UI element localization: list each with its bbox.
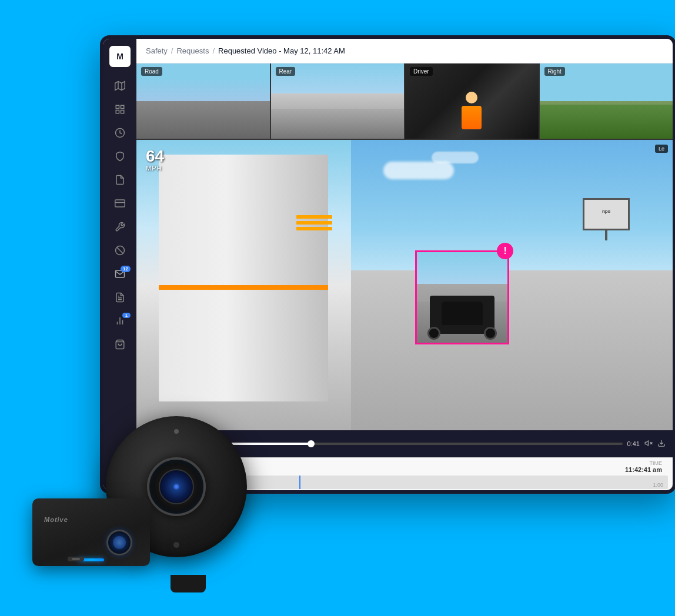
driver-head xyxy=(466,92,477,103)
messages-badge: 12 xyxy=(121,266,131,272)
detection-alert-icon: ! xyxy=(497,243,513,259)
sidebar-item-analytics[interactable]: 1 xyxy=(108,312,132,333)
driver-figure xyxy=(457,92,486,133)
thumb-right[interactable]: Right xyxy=(540,63,673,139)
thumb-driver-label: Driver xyxy=(410,67,433,76)
svg-rect-0 xyxy=(116,105,119,108)
sidebar-item-blocked[interactable] xyxy=(108,241,132,262)
turret-top-sensor xyxy=(174,429,179,434)
sidebar-item-map[interactable] xyxy=(108,76,132,98)
corner-label: Le xyxy=(655,145,668,153)
download-icon[interactable] xyxy=(657,439,666,449)
breadcrumb-sep-1: / xyxy=(171,46,173,55)
sidebar-item-cards[interactable] xyxy=(108,194,132,215)
time-display: 0:41 xyxy=(627,440,640,447)
timeline-time-label: TIME xyxy=(625,460,664,466)
dashcam-flat: Motive xyxy=(32,498,150,581)
thumb-rear-label: Rear xyxy=(276,67,296,76)
sidebar-item-messages[interactable]: 12 xyxy=(108,265,132,286)
svg-rect-3 xyxy=(121,111,124,113)
thumbnails-row: Road Rear Driver xyxy=(136,63,673,140)
slash-icon xyxy=(115,245,125,258)
main-truck-view xyxy=(136,140,362,430)
breadcrumb-section[interactable]: Requests xyxy=(176,46,209,55)
turret-base xyxy=(171,575,206,592)
map-icon xyxy=(115,81,125,93)
cloud-1 xyxy=(383,162,454,179)
sidebar-item-store[interactable] xyxy=(108,335,132,356)
shield-icon xyxy=(115,151,125,164)
clock-icon xyxy=(115,128,125,140)
breadcrumb-root[interactable]: Safety xyxy=(146,46,168,55)
rack-2 xyxy=(296,221,332,225)
volume-icon[interactable] xyxy=(644,439,653,449)
file-icon xyxy=(115,175,125,188)
thumb-road[interactable]: Road xyxy=(136,63,271,139)
timeline-end-label: 1:00 xyxy=(653,482,663,488)
sidebar-item-safety[interactable] xyxy=(108,147,132,168)
turret-lens-outer xyxy=(147,457,206,516)
turret-bottom-sensor xyxy=(173,542,179,548)
progress-thumb xyxy=(308,440,315,447)
driver-body xyxy=(462,106,482,129)
speed-unit: MPH xyxy=(146,165,164,172)
road-background xyxy=(351,270,673,430)
svg-rect-2 xyxy=(116,111,119,113)
timeline-time-value: 11:42:41 am xyxy=(625,466,664,473)
thumb-driver[interactable]: Driver xyxy=(405,63,540,139)
dashcam-brand: Motive xyxy=(44,516,68,523)
cloud-2 xyxy=(432,152,479,163)
billboard-pole xyxy=(605,229,607,240)
thumb-right-label: Right xyxy=(544,67,565,76)
sidebar-item-reports[interactable] xyxy=(108,288,132,309)
turret-lens-inner xyxy=(159,469,194,504)
breadcrumb-sep-2: / xyxy=(212,46,215,55)
truck-racks xyxy=(294,213,335,358)
timeline-marker xyxy=(299,476,300,489)
sidebar-item-dashboard[interactable] xyxy=(108,100,132,121)
thumb-road-label: Road xyxy=(141,67,162,76)
analytics-badge: 1 xyxy=(122,313,131,318)
rack-1 xyxy=(296,215,332,219)
svg-rect-5 xyxy=(115,200,125,207)
thumb-rear[interactable]: Rear xyxy=(271,63,406,139)
dashcam-body: Motive xyxy=(32,498,150,566)
sidebar-item-documents[interactable] xyxy=(108,170,132,192)
app-logo[interactable]: M xyxy=(109,46,131,67)
wrench-icon xyxy=(115,222,125,235)
sidebar-item-tools[interactable] xyxy=(108,217,132,239)
breadcrumb-current: Requested Video - May 12, 11:42 AM xyxy=(218,46,345,55)
svg-rect-1 xyxy=(121,105,124,108)
detected-vehicle xyxy=(417,252,507,343)
billboard-text: nps xyxy=(584,200,628,214)
sidebar-item-history[interactable] xyxy=(108,123,132,145)
report-icon xyxy=(115,292,125,305)
detection-box: ! xyxy=(415,250,509,344)
rack-3 xyxy=(296,227,332,230)
turret-lens-center xyxy=(173,484,179,490)
dashboard-icon xyxy=(115,104,125,117)
dashcam-lens-inner xyxy=(113,536,126,549)
breadcrumb: Safety / Requests / Requested Video - Ma… xyxy=(136,39,673,63)
speed-overlay: 64 MPH xyxy=(146,148,164,172)
billboard: nps xyxy=(583,198,630,230)
main-video[interactable]: nps 64 MPH Le ! xyxy=(136,140,673,430)
store-icon xyxy=(115,339,125,352)
svg-line-8 xyxy=(117,247,123,254)
card-icon xyxy=(115,198,125,211)
speed-value: 64 xyxy=(146,148,164,165)
dashcam-lens xyxy=(106,530,132,555)
svg-marker-15 xyxy=(645,440,648,445)
